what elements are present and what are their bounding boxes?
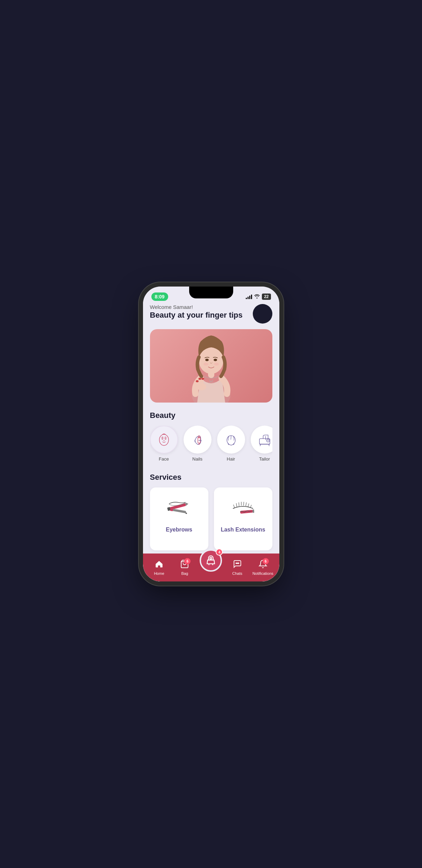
nails-circle: NAIL [184, 426, 212, 454]
category-hair[interactable]: Hair [217, 426, 245, 462]
hero-image [150, 329, 272, 403]
eyebrows-label: Eyebrows [166, 527, 192, 533]
svg-line-31 [234, 505, 235, 508]
face-label: Face [159, 456, 169, 462]
nav-services-center[interactable]: 4 [200, 549, 222, 572]
svg-text:NAIL: NAIL [198, 440, 202, 441]
battery-icon: 22 [262, 294, 271, 300]
category-tailor[interactable]: Tailor [251, 426, 272, 462]
hair-icon [223, 432, 239, 447]
svg-point-12 [162, 438, 163, 439]
home-label: Home [154, 571, 164, 576]
svg-point-21 [266, 439, 270, 442]
nav-notifications[interactable]: 6 Notifications [252, 559, 273, 576]
svg-line-32 [236, 504, 237, 507]
nav-chats[interactable]: Chats [227, 559, 248, 576]
services-section-title: Services [150, 473, 272, 482]
svg-point-47 [210, 557, 212, 559]
services-badge: 4 [216, 549, 223, 556]
svg-rect-40 [252, 509, 255, 513]
service-card-eyebrows[interactable]: Eyebrows [150, 487, 208, 550]
nav-bag[interactable]: 6 Bag [174, 559, 195, 576]
hair-circle [217, 426, 245, 454]
main-content: Welcome Samaar! Beauty at your finger ti… [143, 304, 279, 581]
beauty-section-title: Beauty [150, 411, 272, 420]
tailor-circle [251, 426, 272, 454]
svg-line-36 [246, 502, 246, 506]
svg-point-22 [267, 440, 269, 441]
svg-point-10 [201, 378, 204, 380]
chats-icon [233, 559, 242, 570]
svg-rect-19 [259, 439, 270, 444]
welcome-text: Welcome Samaar! [150, 304, 243, 310]
svg-point-48 [236, 563, 236, 564]
bag-icon-wrapper: 6 [180, 559, 189, 570]
app-title: Beauty at your finger tips [150, 311, 243, 320]
home-icon [155, 559, 164, 570]
service-card-lash[interactable]: Lash Extensions [214, 487, 272, 550]
tailor-label: Tailor [259, 456, 270, 462]
svg-point-50 [238, 563, 239, 564]
svg-line-37 [248, 504, 249, 507]
nails-label: Nails [192, 456, 202, 462]
category-nails[interactable]: NAIL Nails [184, 426, 212, 462]
hero-banner[interactable] [150, 329, 272, 403]
svg-point-5 [203, 363, 208, 366]
notch [189, 287, 233, 298]
header-text: Welcome Samaar! Beauty at your finger ti… [150, 304, 243, 320]
bag-badge: 6 [184, 558, 191, 564]
svg-point-49 [237, 563, 238, 564]
nav-home[interactable]: Home [149, 559, 170, 576]
notifications-badge: 6 [263, 558, 269, 564]
wifi-icon [254, 294, 260, 299]
categories-scroll[interactable]: Face [150, 426, 272, 464]
phone-screen[interactable]: 8:09 22 [143, 287, 279, 581]
svg-point-4 [214, 359, 217, 361]
eyebrows-icon [165, 494, 193, 522]
lash-label: Lash Extensions [221, 527, 265, 533]
eyebrows-illustration [165, 496, 193, 521]
services-center-icon [205, 555, 216, 566]
hero-illustration [176, 329, 246, 403]
svg-rect-30 [170, 508, 173, 511]
svg-point-11 [159, 434, 168, 446]
hair-label: Hair [227, 456, 235, 462]
notifications-label: Notifications [252, 571, 273, 576]
svg-line-33 [239, 502, 239, 506]
face-circle [150, 426, 178, 454]
bottom-nav: Home 6 Bag [143, 554, 279, 581]
chats-label: Chats [232, 571, 242, 576]
nails-icon: NAIL [190, 432, 205, 447]
category-face[interactable]: Face [150, 426, 178, 462]
lash-icon [229, 494, 257, 522]
notifications-icon-wrapper: 6 [258, 559, 267, 570]
tailor-icon [257, 432, 272, 447]
svg-point-9 [198, 378, 201, 380]
face-icon [156, 432, 172, 447]
signal-bars-icon [246, 294, 252, 299]
svg-point-6 [214, 363, 219, 366]
svg-line-35 [244, 502, 244, 506]
phone-frame: 8:09 22 [143, 287, 279, 581]
bag-label: Bag [181, 571, 188, 576]
svg-rect-39 [240, 510, 253, 514]
status-icons: 22 [246, 294, 271, 300]
avatar[interactable] [253, 304, 272, 324]
svg-point-13 [165, 438, 166, 439]
lash-illustration [229, 496, 257, 521]
svg-point-8 [196, 380, 199, 382]
status-time: 8:09 [151, 292, 168, 301]
services-center-circle: 4 [200, 549, 222, 572]
svg-point-3 [205, 359, 209, 361]
app-header: Welcome Samaar! Beauty at your finger ti… [150, 304, 272, 324]
